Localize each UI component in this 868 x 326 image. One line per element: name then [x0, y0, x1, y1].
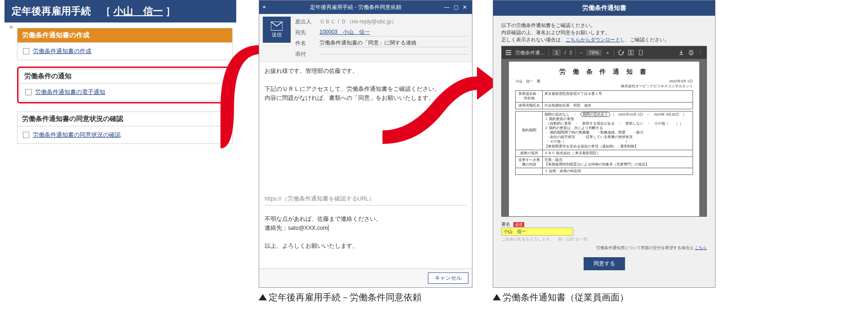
panel3-intro: 以下の労働条件通知書をご確認ください。 内容確認の上、署名および同意をお願いしま… — [501, 22, 707, 43]
signature-hint: ご自身の氏名を入力します。 例：山田 太一郎 — [501, 237, 707, 242]
section-confirm-item[interactable]: 労働条件通知書の同意状況の確認 — [17, 126, 233, 144]
app-icon: ✦ — [262, 4, 266, 10]
consent-status-link[interactable]: 労働条件通知書の同意状況の確認 — [33, 131, 121, 139]
pdf-canvas[interactable]: 労 働 条 件 通 知 書 小山 信一 殿 2022年9月 1日 株式会社オービ… — [502, 59, 706, 216]
print-icon[interactable] — [688, 49, 694, 56]
flow-arrow-2-icon — [382, 63, 499, 153]
row-employer-value: 代表取締役社長 和田 成史 — [543, 102, 693, 109]
subject-value[interactable]: 労働条件通知書の「同意」に関する連絡 — [319, 39, 468, 47]
subject-label: 件名 — [295, 40, 315, 47]
signature-value: 小山 信一 — [504, 228, 526, 235]
minimize-button[interactable]: — — [442, 4, 451, 10]
to-value[interactable]: 100003 小山 信一 — [319, 28, 468, 36]
required-badge: 必須 — [513, 222, 524, 227]
pdf-page-total: 2 — [569, 50, 572, 55]
doc-title: 労 働 条 件 通 知 書 — [515, 68, 693, 76]
procedure-list-panel: 定年後再雇用手続 ［ 小山 信一 ］ 労働条件通知書の作成 労働条件通知書の作成… — [4, 0, 236, 146]
email-window-title: 定年後再雇用手続 - 労働条件同意依頼 — [269, 4, 442, 11]
section-notify-highlight: 労働条件の通知 労働条件通知書の電子通知 — [17, 67, 233, 103]
tbl-place-label: 就業の場所 — [516, 150, 543, 156]
body-url-placeholder: https://（労働条件通知書を確認するURL） — [265, 192, 467, 205]
send-button[interactable]: 送信 — [263, 17, 291, 43]
body-line-6: 以上、よろしくお願いいたします。 — [265, 241, 467, 250]
to-label: 宛先 — [295, 29, 315, 36]
to-link[interactable]: 100003 小山 信一 — [319, 29, 370, 35]
triangle-up-icon — [259, 294, 267, 300]
checkbox-icon[interactable] — [25, 89, 31, 95]
tbl-period-cell: 期間の定めなし ・ 期間の定めあり （ 2022年10月 1日 ～ 2023年 … — [543, 111, 693, 150]
doc-company: 株式会社オービックビジネスコンサルタント — [621, 84, 693, 89]
section-notify-header: 労働条件の通知 — [19, 69, 230, 84]
chevron-down-icon — [9, 26, 13, 29]
section-confirm-header: 労働条件通知書の同意状況の確認 — [17, 112, 233, 126]
email-footer: キャンセル — [259, 268, 472, 287]
period-yes-circled: 期間の定めあり — [580, 112, 610, 117]
svg-rect-0 — [629, 50, 630, 55]
svg-rect-2 — [639, 50, 642, 55]
book-icon[interactable] — [628, 49, 634, 56]
pdf-toolbar: 労働条件通… 1 / 2 − 78% ＋ ⋮ — [502, 46, 706, 59]
download-icon[interactable] — [678, 49, 684, 56]
email-header-area: 送信 差出人 ＯＢＣＩＤ（no-reply@obc.jp） 宛先 100003 … — [259, 14, 472, 62]
row-place-value: 東京都新宿区西新宿６丁目８番１号 — [543, 91, 693, 102]
section-create-header: 労働条件通知書の作成 — [17, 28, 233, 43]
triangle-up-icon — [493, 294, 501, 300]
tbl-place-value: ＯＢＣ 株式会社（ 東京都新宿区） — [543, 150, 693, 156]
intro-line-3: 正しく表示されない場合は、こちらからダウンロードし、ご確認ください。 — [501, 36, 707, 44]
from-value: ＯＢＣＩＤ（no-reply@obc.jp） — [319, 18, 468, 26]
doc-date: 2022年9月 1日 — [621, 79, 693, 84]
caption-panel3: 労働条件通知書（従業員画面） — [493, 291, 629, 304]
tbl-job-label: 従事すべき業務の内容 — [516, 156, 543, 168]
download-link[interactable]: こちらからダウンロード — [566, 37, 620, 42]
paper-request-link[interactable]: こちら — [695, 246, 707, 250]
zoom-out-button[interactable]: − — [580, 50, 582, 55]
panel1-title: 定年後再雇用手続 ［ 小山 信一 ］ — [4, 0, 236, 22]
body-line-4: 不明な点があれば、佐藤まで連絡ください。 — [265, 214, 467, 223]
svg-rect-1 — [631, 50, 633, 55]
electronic-notify-link[interactable]: 労働条件通知書の電子通知 — [35, 88, 105, 96]
panel1-title-prefix: 定年後再雇用手続 ［ — [12, 5, 113, 17]
caption-panel2: 定年後再雇用手続－労働条件同意依頼 — [259, 291, 422, 304]
tbl-time-label — [516, 168, 543, 175]
close-button[interactable]: ✕ — [460, 4, 469, 10]
panel1-expand-markers — [9, 23, 13, 146]
doc-header-table: 事業場名称・所在地 東京都新宿区西新宿６丁目８番１号 使用者職氏名 代表取締役社… — [515, 90, 693, 109]
signature-input[interactable]: 小山 信一 — [501, 228, 573, 236]
panel1-title-name-link[interactable]: 小山 信一 — [113, 5, 163, 17]
email-titlebar: ✦ 定年後再雇用手続 - 労働条件同意依頼 — ▢ ✕ — [259, 0, 472, 14]
svg-rect-3 — [689, 52, 693, 54]
checkbox-icon[interactable] — [23, 48, 29, 54]
panel1-title-suffix: ］ — [163, 5, 175, 17]
tbl-time-value: １ 始業・終業の時刻等 — [543, 168, 693, 175]
pdf-zoom[interactable]: 78% — [586, 49, 602, 56]
tbl-job-value: 営業・販売 【有期雇用特別措置法による特例の対象者（高度専門）の場合】 — [543, 156, 693, 168]
sign-label: 署名 — [501, 222, 510, 227]
tbl-period-label: 契約期間 — [516, 111, 543, 150]
pdf-viewer: 労働条件通… 1 / 2 − 78% ＋ ⋮ 労 働 条 件 — [501, 46, 707, 217]
doc-main-table: 契約期間 期間の定めなし ・ 期間の定めあり （ 2022年10月 1日 ～ 2… — [515, 111, 693, 175]
attach-label: 添付 — [295, 50, 315, 58]
mail-icon — [271, 22, 283, 31]
menu-icon[interactable] — [505, 49, 512, 56]
attach-value[interactable] — [319, 54, 468, 54]
rotate-icon[interactable] — [618, 49, 624, 56]
row-employer-label: 使用者職氏名 — [516, 102, 543, 109]
intro-line-1: 以下の労働条件通知書をご確認ください。 — [501, 22, 707, 29]
pdf-page-1: 労 働 条 件 通 知 書 小山 信一 殿 2022年9月 1日 株式会社オービ… — [509, 62, 699, 216]
section-create-item[interactable]: 労働条件通知書の作成 — [17, 43, 233, 60]
zoom-in-button[interactable]: ＋ — [605, 49, 610, 56]
page-icon[interactable] — [638, 49, 644, 56]
paper-request-note: 労働条件通知書について書面の交付を希望する場合は こちら — [501, 245, 707, 251]
agree-button[interactable]: 同意する — [584, 257, 625, 270]
pdf-page-current[interactable]: 1 — [553, 49, 561, 56]
checkbox-icon[interactable] — [23, 132, 29, 138]
intro-line-2: 内容確認の上、署名および同意をお願いします。 — [501, 29, 707, 36]
row-place-label: 事業場名称・所在地 — [516, 91, 543, 102]
signature-area: 署名 必須 小山 信一 ご自身の氏名を入力します。 例：山田 太一郎 — [501, 221, 707, 242]
create-notice-link[interactable]: 労働条件通知書の作成 — [33, 47, 91, 55]
employee-consent-window: 労働条件通知書 以下の労働条件通知書をご確認ください。 内容確認の上、署名および… — [493, 0, 715, 288]
more-icon[interactable]: ⋮ — [698, 50, 703, 56]
maximize-button[interactable]: ▢ — [451, 4, 460, 10]
cancel-button[interactable]: キャンセル — [428, 272, 468, 284]
section-notify-item[interactable]: 労働条件通知書の電子通知 — [19, 84, 230, 101]
